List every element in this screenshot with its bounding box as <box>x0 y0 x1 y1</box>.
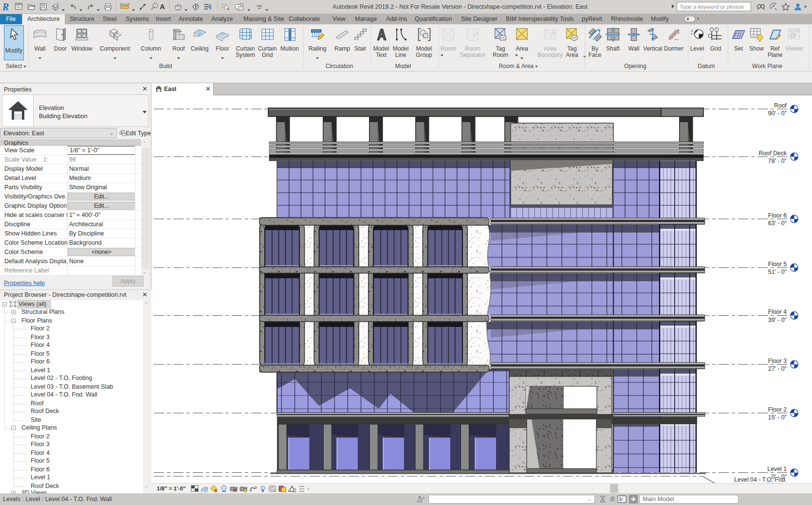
svg-text:Floor 2: Floor 2 <box>768 406 787 413</box>
svg-text:1: 1 <box>154 3 156 8</box>
svg-text:Floor 6: Floor 6 <box>768 212 787 219</box>
svg-text:27' - 0": 27' - 0" <box>768 365 787 372</box>
svg-text:Level 04 - T.O. Fnd.: Level 04 - T.O. Fnd. <box>734 476 787 483</box>
svg-text:Roof: Roof <box>774 102 787 109</box>
svg-text:Floor 5: Floor 5 <box>768 261 787 268</box>
svg-text:63' - 0": 63' - 0" <box>768 220 787 227</box>
svg-text:90' - 0": 90' - 0" <box>768 110 787 117</box>
svg-text:15' - 0": 15' - 0" <box>768 414 787 421</box>
svg-text:.1: .1 <box>690 29 693 33</box>
svg-text:51' - 0": 51' - 0" <box>768 269 787 275</box>
svg-text:78' - 0": 78' - 0" <box>768 158 787 164</box>
svg-text:Level 1: Level 1 <box>767 466 787 472</box>
svg-text:Roof Deck: Roof Deck <box>759 150 787 157</box>
svg-text:Floor 3: Floor 3 <box>768 358 787 364</box>
svg-text:Floor 4: Floor 4 <box>768 308 787 315</box>
svg-text:R: R <box>2 1 9 12</box>
svg-text:39' - 0": 39' - 0" <box>768 317 787 324</box>
